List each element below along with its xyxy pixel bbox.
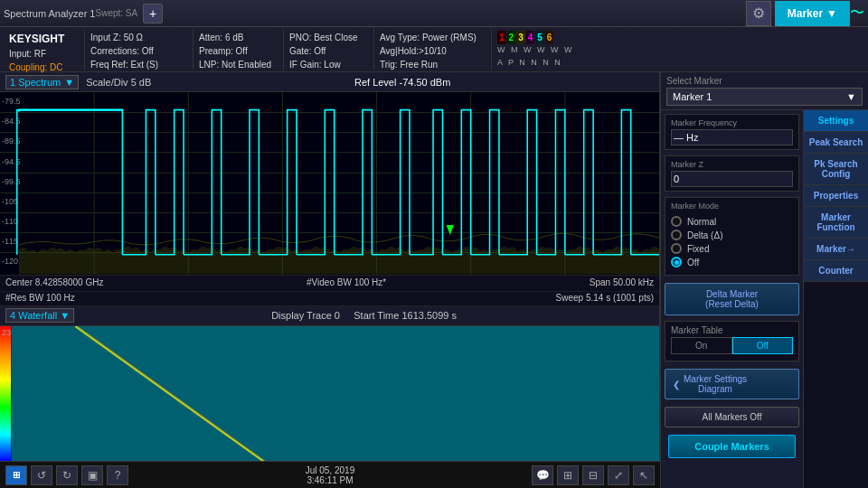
marker-table-on[interactable]: On	[671, 337, 732, 354]
marker-mode-field: Marker Mode Normal Delta (Δ) Fixed	[665, 197, 799, 276]
ref-level: Ref Level -74.50 dBm	[151, 77, 654, 88]
spectrum-svg	[0, 92, 659, 275]
marker-num-3: 3	[516, 31, 525, 44]
center-freq: Center 8.42858000 GHz	[5, 277, 103, 289]
back-button[interactable]: ↺	[31, 465, 52, 485]
marker-num-1: 1	[497, 31, 506, 44]
marker-num-5: 5	[535, 31, 544, 44]
mode-fixed-label: Fixed	[687, 244, 709, 254]
add-tab-button[interactable]: +	[143, 4, 163, 23]
delta-marker-button[interactable]: Delta Marker (Reset Delta)	[665, 283, 799, 315]
lnp: LNP: Not Enabled	[199, 58, 278, 71]
mode-normal-circle	[671, 216, 682, 227]
mode-fixed-circle	[671, 243, 682, 254]
corrections: Corrections: Off	[90, 44, 187, 58]
marker-settings-button[interactable]: ❮ Marker Settings Diagram	[665, 369, 799, 399]
grid1-button[interactable]: ⊞	[557, 465, 579, 485]
sweep-type: Swept: SA	[96, 8, 138, 18]
marker-table-off[interactable]: Off	[732, 337, 794, 354]
tab-marker-function[interactable]: Marker Function	[804, 207, 868, 239]
input-z: Input Z: 50 Ω	[90, 31, 187, 44]
input-label: Input: RF	[9, 49, 46, 59]
waterfall-dropdown[interactable]: 4 Waterfall ▼	[5, 308, 74, 323]
gear-button[interactable]: ⚙	[746, 1, 771, 26]
couple-markers-button[interactable]: Couple Markers	[668, 435, 796, 458]
marker-z-field: Marker Z 0	[665, 155, 799, 192]
marker-table-field: Marker Table On Off	[665, 321, 799, 361]
mode-off-circle	[671, 257, 682, 267]
mode-off-label: Off	[687, 258, 699, 267]
svg-marker-6	[447, 225, 454, 235]
tab-marker-arrow[interactable]: Marker→	[804, 239, 868, 260]
folder-button[interactable]: ▣	[81, 465, 103, 485]
mode-fixed[interactable]: Fixed	[671, 243, 793, 254]
mode-off[interactable]: Off	[671, 257, 793, 267]
info-bar: KEYSIGHT Input: RF Coupling: DC Align: O…	[0, 27, 868, 72]
forward-button[interactable]: ↻	[56, 465, 78, 485]
bw-bar: #Res BW 100 Hz Sweep 5.14 s (1001 pts)	[0, 291, 659, 305]
right-panel: Select Marker Marker 1 ▼ Marker Frequenc…	[660, 72, 868, 488]
marker-num-6: 6	[545, 31, 554, 44]
settings-sidebar: Settings Peak Search Pk Search Config Pr…	[803, 110, 868, 488]
chat-button[interactable]: 💬	[532, 465, 553, 485]
atten: Atten: 6 dB	[199, 31, 278, 44]
mode-delta-label: Delta (Δ)	[687, 230, 722, 240]
marker-num-4: 4	[526, 31, 535, 44]
marker-dropdown-chevron: ▼	[846, 91, 856, 102]
video-bw: #Video BW 100 Hz*	[307, 277, 386, 289]
ap-labels: A P N N N N	[497, 57, 859, 70]
mode-normal[interactable]: Normal	[671, 216, 793, 227]
tab-properties[interactable]: Properties	[804, 185, 868, 207]
freq-bar: Center 8.42858000 GHz #Video BW 100 Hz* …	[0, 275, 659, 291]
expand-button[interactable]: ⤢	[608, 465, 629, 485]
time-display: 3:46:11 PM	[132, 475, 528, 485]
waterfall-header: 4 Waterfall ▼ Display Trace 0 Start Time…	[0, 306, 659, 326]
marker-select-dropdown[interactable]: Marker 1 ▼	[666, 88, 863, 106]
marker-mode-label: Marker Mode	[671, 202, 793, 211]
marker-z-value[interactable]: 0	[671, 171, 793, 187]
marker-tab-label: Marker	[788, 7, 823, 20]
if-gain: IF Gain: Low	[289, 58, 368, 71]
avg-hold: Avg|Hold:>10/10	[380, 44, 486, 58]
cursor-button[interactable]: ↖	[633, 465, 655, 485]
marker-tab-chevron: ▼	[826, 7, 837, 20]
marker-1-label: Marker 1	[673, 91, 712, 102]
settings-tab-label: Settings	[804, 110, 868, 132]
marker-frequency-value[interactable]: — Hz	[671, 129, 793, 145]
waterfall-title: 4 Waterfall	[10, 310, 57, 321]
select-marker-section: Select Marker Marker 1 ▼	[661, 72, 868, 110]
tab-counter[interactable]: Counter	[804, 260, 868, 282]
pno: PNO: Best Close	[289, 31, 368, 44]
spectrum-panel: 1 Spectrum ▼ Scale/Div 5 dB Ref Level -7…	[0, 72, 660, 488]
res-bw: #Res BW 100 Hz	[5, 293, 75, 305]
main-layout: 1 Spectrum ▼ Scale/Div 5 dB Ref Level -7…	[0, 72, 868, 488]
right-content: Marker Frequency — Hz Marker Z 0 Marker …	[661, 110, 868, 488]
waterfall-info: Display Trace 0 Start Time 1613.5099 s	[74, 310, 654, 321]
wave-icon: 〜	[850, 4, 864, 23]
wm-labels: W M W W W W	[497, 44, 859, 57]
trig: Trig: Free Run	[380, 58, 486, 71]
spectrum-dropdown[interactable]: 1 Spectrum ▼	[5, 75, 79, 89]
mode-normal-label: Normal	[687, 217, 716, 227]
help-button[interactable]: ?	[107, 465, 128, 485]
mode-delta-circle	[671, 230, 682, 240]
coupling-label: Coupling: DC	[9, 62, 62, 72]
marker-tab[interactable]: Marker ▼	[775, 1, 850, 26]
marker-frequency-label: Marker Frequency	[671, 118, 793, 127]
windows-button[interactable]: ⊞	[5, 465, 27, 485]
marker-frequency-field: Marker Frequency — Hz	[665, 114, 799, 150]
marker-table-label: Marker Table	[671, 325, 793, 335]
grid2-button[interactable]: ⊟	[582, 465, 604, 485]
mode-delta[interactable]: Delta (Δ)	[671, 230, 793, 240]
keysight-logo: KEYSIGHT	[9, 33, 64, 45]
marker-num-2: 2	[507, 31, 516, 44]
preamp: Preamp: Off	[199, 44, 278, 58]
select-marker-label: Select Marker	[666, 76, 863, 86]
tab-peak-search[interactable]: Peak Search	[804, 132, 868, 154]
spectrum-canvas: -79.5 -84.5 -89.5 -94.5 -99.5 -105 -110 …	[0, 92, 659, 275]
freq-ref: Freq Ref: Ext (S)	[90, 58, 187, 71]
datetime: Jul 05, 2019 3:46:11 PM	[132, 465, 528, 485]
tab-pk-search-config[interactable]: Pk Search Config	[804, 154, 868, 185]
all-markers-off-button[interactable]: All Markers Off	[665, 407, 799, 427]
marker-mode-radio-group: Normal Delta (Δ) Fixed Off	[671, 212, 793, 271]
